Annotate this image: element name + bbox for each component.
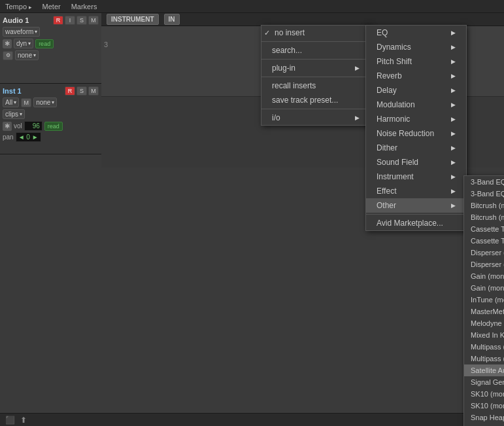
- menu3-item-4[interactable]: Cassette Transport (mono): [464, 223, 504, 235]
- menu3-item-11[interactable]: MasterMeter (mono): [464, 306, 504, 317]
- menu2-dynamics[interactable]: Dynamics: [366, 40, 466, 54]
- menu1-io[interactable]: i/o: [261, 111, 370, 125]
- menu3-item-0[interactable]: 3-Band EQ (mono): [464, 176, 504, 188]
- menu3-item-7[interactable]: Disperser (mono/stereo): [464, 258, 504, 270]
- menu3-item-8[interactable]: Gain (mono): [464, 270, 504, 282]
- menu2-sound-field[interactable]: Sound Field: [366, 155, 466, 169]
- menu3-item-16[interactable]: Satellite Audio (mono): [464, 364, 504, 376]
- vol-label: vol: [14, 122, 22, 130]
- menu2-instrument[interactable]: Instrument: [366, 169, 466, 184]
- bottom-icon-1[interactable]: ⬛: [5, 416, 15, 425]
- in-badge: IN: [164, 14, 180, 25]
- menu3-item-12[interactable]: Melodyne (mono): [464, 317, 504, 329]
- right-area: INSTRUMENT IN 3 no insert search... plug…: [101, 13, 504, 387]
- inst1-read-btn[interactable]: read: [44, 122, 63, 131]
- inst1-all-dropdown[interactable]: All: [3, 98, 19, 107]
- menu2-pitch-shift[interactable]: Pitch Shift: [366, 54, 466, 69]
- inst1-asterisk: ✱: [3, 122, 12, 131]
- menu2-avid-marketplace[interactable]: Avid Marketplace...: [366, 216, 466, 230]
- menu3-item-17[interactable]: Signal Generator (mono): [464, 376, 504, 388]
- menu2-eq[interactable]: EQ: [366, 26, 466, 40]
- menu1-sep4: [261, 109, 370, 109]
- inst1-mute-btn[interactable]: M: [88, 86, 99, 96]
- top-bar: Tempo Meter Markers: [0, 0, 504, 13]
- audio1-solo-btn[interactable]: S: [76, 16, 87, 25]
- inst1-pan-display[interactable]: ◄ 0 ►: [16, 132, 41, 142]
- menu2-dither[interactable]: Dither: [366, 141, 466, 155]
- menu2-noise-reduction[interactable]: Noise Reduction: [366, 126, 466, 141]
- audio1-dyn-dropdown[interactable]: dyn: [14, 39, 33, 48]
- inst1-none-dropdown[interactable]: none: [33, 98, 57, 107]
- inst1-clips-dropdown[interactable]: clips: [3, 109, 25, 119]
- track-content-header: INSTRUMENT IN: [101, 13, 504, 26]
- menu3-dropdown[interactable]: 3-Band EQ (mono)3-Band EQ (mono/stereo)B…: [463, 175, 504, 426]
- main-area: Audio 1 R I S M waveform ✱ dyn read: [0, 13, 504, 387]
- audio1-waveform-dropdown[interactable]: waveform: [3, 27, 40, 37]
- inst1-track-name: Inst 1: [3, 87, 22, 95]
- markers-menu[interactable]: Markers: [71, 3, 97, 10]
- menu1-dropdown[interactable]: no insert search... plug-in recall inser…: [261, 25, 371, 126]
- audio1-extra-btn[interactable]: ⚙: [3, 51, 13, 60]
- audio1-controls: R I S M: [53, 16, 99, 25]
- pan-label: pan: [3, 133, 14, 141]
- menu1-sep2: [261, 59, 370, 60]
- meter-menu[interactable]: Meter: [42, 3, 61, 10]
- bottom-icon-2[interactable]: ⬆: [20, 416, 27, 425]
- menu2-other[interactable]: Other: [366, 198, 466, 213]
- inst1-vol-display[interactable]: 96: [24, 121, 42, 131]
- audio1-asterisk: ✱: [3, 39, 12, 48]
- audio1-read-btn[interactable]: read: [35, 39, 54, 48]
- menu1-sep3: [261, 77, 370, 77]
- menu2-sep: [366, 214, 466, 215]
- menu3-item-1[interactable]: 3-Band EQ (mono/stereo): [464, 188, 504, 200]
- menu2-harmonic[interactable]: Harmonic: [366, 112, 466, 126]
- menu1-save-track-preset[interactable]: save track preset...: [261, 93, 370, 107]
- instrument-badge: INSTRUMENT: [107, 14, 159, 25]
- menu3-item-6[interactable]: Disperser (mono): [464, 247, 504, 258]
- audio1-none-dropdown[interactable]: none: [15, 50, 39, 60]
- menu1-search[interactable]: search...: [261, 43, 370, 58]
- menu3-item-21[interactable]: Snap Heap (mono/stereo): [464, 423, 504, 426]
- audio1-mute-btn[interactable]: M: [88, 16, 99, 25]
- audio1-track-name: Audio 1: [3, 16, 29, 24]
- menu3-item-10[interactable]: InTune (mono): [464, 294, 504, 306]
- menu3-item-2[interactable]: Bitcrush (mono): [464, 200, 504, 211]
- inst1-record-btn[interactable]: R: [65, 86, 75, 96]
- inst1-controls: R S M: [65, 86, 99, 96]
- tempo-menu[interactable]: Tempo: [5, 3, 32, 10]
- inst1-track-header: Inst 1 R S M All M none clips: [0, 84, 101, 154]
- menu3-item-14[interactable]: Multipass (mono): [464, 341, 504, 353]
- track-number: 3: [104, 41, 108, 48]
- menu2-delay[interactable]: Delay: [366, 83, 466, 98]
- menu2-effect[interactable]: Effect: [366, 184, 466, 198]
- menu1-sep1: [261, 41, 370, 42]
- menu2-modulation[interactable]: Modulation: [366, 98, 466, 112]
- menu3-item-19[interactable]: SK10 (mono/stereo): [464, 400, 504, 412]
- menu3-item-9[interactable]: Gain (mono/stereo): [464, 282, 504, 294]
- menu2-reverb[interactable]: Reverb: [366, 69, 466, 83]
- menu3-item-5[interactable]: Cassette Transport (mono/stereo): [464, 235, 504, 247]
- menu3-item-3[interactable]: Bitcrush (mono/stereo): [464, 211, 504, 223]
- inst1-m-btn[interactable]: M: [21, 98, 31, 107]
- left-tracks-panel: Audio 1 R I S M waveform ✱ dyn read: [0, 13, 101, 387]
- menu3-item-13[interactable]: Mixed In Key Studio Edition (mono): [464, 329, 504, 341]
- bottom-bar: ⬛ ⬆: [0, 413, 504, 426]
- menu3-item-20[interactable]: Snap Heap (mono): [464, 412, 504, 423]
- menu1-plugin[interactable]: plug-in: [261, 61, 370, 75]
- menu3-item-15[interactable]: Multipass (mono/stereo): [464, 353, 504, 364]
- menu3-item-18[interactable]: SK10 (mono): [464, 388, 504, 400]
- audio1-track-header: Audio 1 R I S M waveform ✱ dyn read: [0, 13, 101, 84]
- inst1-solo-btn[interactable]: S: [76, 86, 87, 96]
- audio1-input-btn[interactable]: I: [65, 16, 75, 25]
- audio1-record-btn[interactable]: R: [53, 16, 63, 25]
- menu1-recall-inserts[interactable]: recall inserts: [261, 79, 370, 93]
- menu2-dropdown[interactable]: EQ Dynamics Pitch Shift Reverb Delay Mod…: [365, 25, 467, 231]
- menu1-no-insert[interactable]: no insert: [261, 26, 370, 40]
